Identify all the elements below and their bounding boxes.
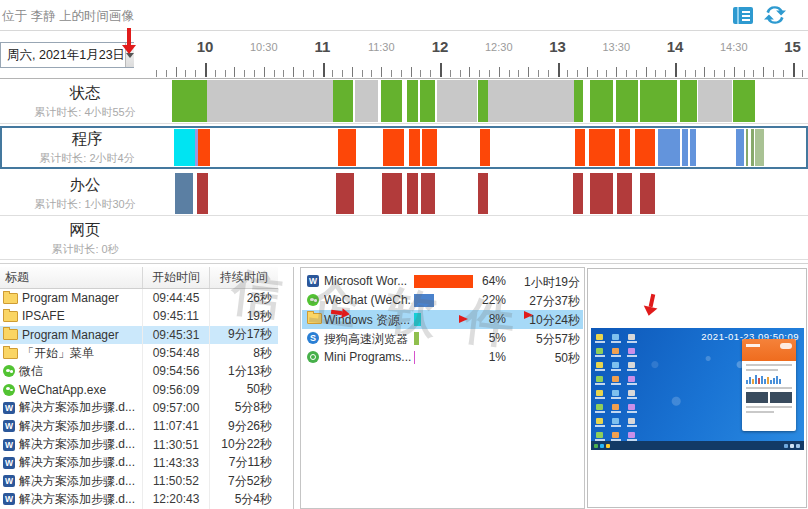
ruler-tick [342,70,343,77]
activity-segment[interactable] [355,80,378,122]
table-row[interactable]: IPSAFE09:45:1119秒 [0,307,278,325]
activity-segment[interactable] [698,80,732,122]
activity-segment[interactable] [746,129,748,166]
activity-segment[interactable] [690,129,696,166]
desktop-icon-label [595,383,605,385]
activity-segment[interactable] [616,80,638,122]
ruler-tick [646,67,647,77]
activity-segment[interactable] [640,80,677,122]
desktop-icon-label [595,355,605,357]
activity-segment[interactable] [640,173,655,214]
table-row[interactable]: W解决方案添加步骤.d...11:50:527分52秒 [0,472,278,490]
popup-text-line [746,364,792,366]
timeline-row-label: 网页累计时长: 0秒 [0,217,170,259]
activity-segment[interactable] [590,80,613,122]
activity-segment[interactable] [755,129,764,166]
activity-segment[interactable] [197,173,208,214]
window-title-text: Program Manager [22,291,119,305]
activity-segment[interactable] [733,80,755,122]
activity-segment[interactable] [751,129,754,166]
activity-segment[interactable] [590,173,613,214]
activity-segment[interactable] [207,80,333,122]
folder-icon [307,313,322,324]
usage-row[interactable]: WMicrosoft Wor...64%1小时19分 [302,272,583,291]
activity-segment[interactable] [409,129,420,166]
activity-segment[interactable] [658,129,680,166]
popup-header [742,339,796,361]
desktop-screenshot-thumbnail[interactable]: 2021-01-23 09:50:09 [591,328,804,450]
ruler-half-hour-label: 13:30 [602,41,630,53]
activity-segment[interactable] [420,80,435,122]
activity-segment[interactable] [478,173,488,214]
ruler-half-hour-label: 10:30 [250,41,278,53]
timeline-row-4[interactable]: 网页累计时长: 0秒 [0,217,808,260]
activity-segment[interactable] [437,80,477,122]
popup-mini-chart [746,374,792,384]
ruler-hour-label: 12 [432,38,449,55]
usage-row[interactable]: Mini Programs...1%50秒 [302,348,583,367]
cell-duration: 8秒 [210,344,278,362]
ruler-tick [225,70,226,77]
activity-segment[interactable] [488,80,574,122]
table-row[interactable]: Program Manager09:44:4526秒 [0,289,278,307]
column-header-duration[interactable]: 持续时间 [210,267,278,288]
panels-separator [0,263,808,264]
activity-segment[interactable] [574,80,583,122]
timeline-row-3[interactable]: 办公累计时长: 1小时30分 [0,172,808,216]
table-row[interactable]: 「开始」菜单09:54:488秒 [0,344,278,362]
refresh-icon[interactable] [764,4,786,26]
ruler-tick [558,63,560,77]
table-row[interactable]: W解决方案添加步骤.d...12:20:435分4秒 [0,490,278,508]
activity-segment[interactable] [336,173,354,214]
table-row[interactable]: Program Manager09:45:319分17秒 [0,326,278,344]
activity-segment[interactable] [680,80,697,122]
activity-segment[interactable] [635,129,655,166]
activity-segment[interactable] [682,129,688,166]
activity-segment[interactable] [381,80,402,122]
activity-segment[interactable] [421,173,435,214]
usage-row[interactable]: WeChat (WeCh...22%27分37秒 [302,291,583,310]
activity-segment[interactable] [383,129,404,166]
activity-segment[interactable] [174,129,195,166]
table-row[interactable]: W解决方案添加步骤.d...11:07:419分26秒 [0,417,278,435]
activity-segment[interactable] [422,129,437,166]
activity-segment[interactable] [333,80,353,122]
activity-segment[interactable] [407,173,418,214]
column-header-title[interactable]: 标题 [0,267,143,288]
ruler-tick [303,70,304,77]
usage-row[interactable]: S搜狗高速浏览器 ...5%5分57秒 [302,329,583,348]
activity-segment[interactable] [407,80,418,122]
activity-segment[interactable] [575,129,585,166]
table-row[interactable]: W解决方案添加步骤.d...11:30:5110分22秒 [0,435,278,453]
activity-segment[interactable] [172,80,207,122]
activity-segment[interactable] [480,129,490,166]
ruler-tick [763,67,764,77]
activity-segment[interactable] [198,129,210,166]
activity-segment[interactable] [338,129,356,166]
activity-segment[interactable] [175,173,193,214]
ruler-tick [724,70,725,77]
activity-segment[interactable] [736,129,744,166]
journal-icon[interactable] [733,7,753,24]
cell-start-time: 11:30:51 [143,435,210,453]
activity-segment[interactable] [619,129,630,166]
ruler-tick [636,70,637,77]
desktop-icon-label [627,397,637,399]
column-header-start-time[interactable]: 开始时间 [143,267,210,288]
popup-text-line [746,406,792,408]
activity-segment[interactable] [589,129,615,166]
timeline-row-2[interactable]: 程序累计时长: 2小时4分 [0,126,808,169]
table-row[interactable]: WeChatApp.exe09:56:0950秒 [0,380,278,398]
popup-text-line [746,411,774,413]
timeline-row-1[interactable]: 状态累计时长: 4小时55分 [0,79,808,124]
table-row[interactable]: W解决方案添加步骤.d...11:43:337分11秒 [0,454,278,472]
table-row[interactable]: 微信09:54:561分13秒 [0,362,278,380]
activity-segment[interactable] [617,173,632,214]
activity-segment[interactable] [382,173,402,214]
desktop-icon [596,432,603,438]
usage-row[interactable]: Windows 资源...8%10分24秒 [302,310,583,329]
ruler-tick [156,70,157,77]
activity-segment[interactable] [478,80,488,122]
activity-segment[interactable] [573,173,583,214]
table-row[interactable]: W解决方案添加步骤.d...09:57:005分8秒 [0,399,278,417]
